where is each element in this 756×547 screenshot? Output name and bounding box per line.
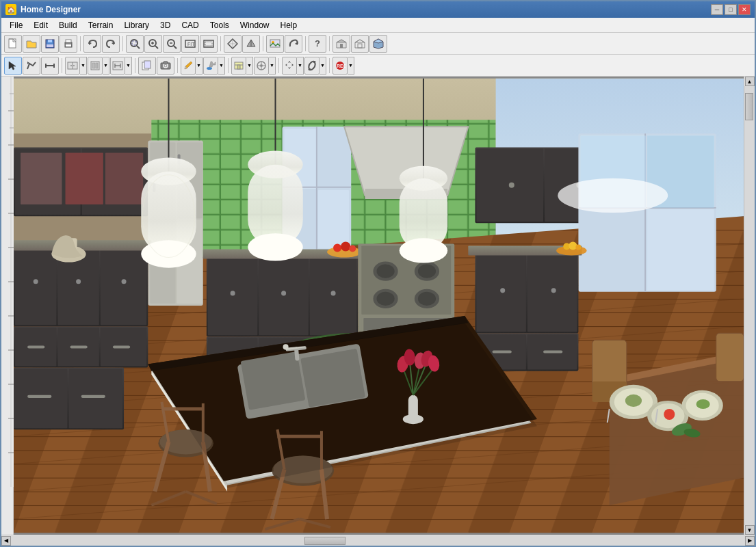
svg-point-213 xyxy=(551,288,556,293)
scroll-right-button[interactable]: ▶ xyxy=(745,536,755,546)
redo-button[interactable] xyxy=(102,35,120,53)
menu-build[interactable]: Build xyxy=(53,18,83,32)
move-group: ▼ xyxy=(282,57,304,75)
menu-edit[interactable]: Edit xyxy=(28,18,53,32)
svg-rect-32 xyxy=(270,40,280,47)
save-button[interactable] xyxy=(41,35,59,53)
bottom-scrollbar: ◀ ▶ xyxy=(1,535,755,546)
svg-point-172 xyxy=(333,243,341,252)
camera-move-button[interactable] xyxy=(224,35,242,53)
zoom-fit-button[interactable]: FIT xyxy=(181,35,199,53)
svg-rect-223 xyxy=(543,350,562,353)
menu-window[interactable]: Window xyxy=(235,18,275,32)
scroll-up-button[interactable]: ▲ xyxy=(745,77,755,86)
sep-t2-2 xyxy=(135,58,135,73)
pencil-arrow[interactable]: ▼ xyxy=(196,57,203,75)
print-button[interactable] xyxy=(60,35,77,53)
svg-marker-12 xyxy=(112,42,114,45)
menu-terrain[interactable]: Terrain xyxy=(83,18,119,32)
menu-cad[interactable]: CAD xyxy=(176,18,204,32)
menu-tools[interactable]: Tools xyxy=(205,18,235,32)
symbol-button[interactable] xyxy=(254,57,269,75)
open-button[interactable] xyxy=(23,35,40,53)
maximize-button[interactable]: □ xyxy=(725,4,737,15)
window-title: Home Designer xyxy=(21,5,707,14)
sep-t2-6 xyxy=(329,58,330,73)
paint-group: ▼ xyxy=(203,57,225,75)
camera3-button[interactable] xyxy=(157,57,174,75)
3d-view-button[interactable] xyxy=(369,35,387,53)
svg-point-273 xyxy=(248,233,303,261)
zoom-in-button[interactable] xyxy=(144,35,162,53)
record-button[interactable]: REC xyxy=(333,57,348,75)
symbol-group: ▼ xyxy=(254,57,276,75)
svg-point-50 xyxy=(70,65,72,66)
svg-rect-15 xyxy=(132,41,136,45)
svg-rect-139 xyxy=(101,245,146,325)
new-button[interactable] xyxy=(4,35,22,53)
furniture-button[interactable] xyxy=(88,57,103,75)
svg-point-140 xyxy=(34,279,38,284)
svg-marker-36 xyxy=(337,40,346,42)
rotate-view-button[interactable] xyxy=(285,35,302,53)
scroll-left-button[interactable]: ◀ xyxy=(1,536,11,546)
elev2-button[interactable] xyxy=(351,35,369,53)
furniture-group: ▼ xyxy=(88,57,109,75)
sep-t2-5 xyxy=(278,58,279,73)
rec-arrow[interactable]: ▼ xyxy=(348,57,354,75)
ref-image-button[interactable] xyxy=(266,35,284,53)
copy-paste-button[interactable] xyxy=(138,57,156,75)
svg-rect-154 xyxy=(27,395,51,398)
elev-button[interactable] xyxy=(333,35,350,53)
library-group: ▼ xyxy=(231,57,253,75)
menu-file[interactable]: File xyxy=(4,18,28,32)
close-button[interactable]: ✕ xyxy=(738,4,751,15)
rotate-arrow[interactable]: ▼ xyxy=(320,57,326,75)
library-button[interactable] xyxy=(231,57,246,75)
library-arrow[interactable]: ▼ xyxy=(246,57,253,75)
dimension-button[interactable] xyxy=(110,57,125,75)
paint-arrow[interactable]: ▼ xyxy=(218,57,225,75)
scroll-track-vertical[interactable] xyxy=(744,86,755,525)
scroll-thumb-vertical[interactable] xyxy=(745,93,753,120)
zoom-out-button[interactable] xyxy=(163,35,181,53)
walk-button[interactable] xyxy=(242,35,260,53)
symbol-arrow[interactable]: ▼ xyxy=(269,57,276,75)
minimize-button[interactable]: ─ xyxy=(711,4,723,15)
svg-rect-60 xyxy=(144,61,151,68)
scroll-thumb-horizontal[interactable] xyxy=(304,537,346,545)
menu-3d[interactable]: 3D xyxy=(155,18,176,32)
select-tool-button[interactable] xyxy=(4,57,22,75)
dimension-arrow[interactable]: ▼ xyxy=(125,57,132,75)
help-context-button[interactable]: ? xyxy=(309,35,326,53)
window-controls: ─ □ ✕ xyxy=(711,4,751,15)
menu-help[interactable]: Help xyxy=(274,18,302,32)
polyline-button[interactable] xyxy=(23,57,40,75)
furniture-arrow[interactable]: ▼ xyxy=(103,57,109,75)
cabinet-arrow[interactable]: ▼ xyxy=(80,57,87,75)
paint-button[interactable] xyxy=(203,57,218,75)
svg-rect-222 xyxy=(493,350,512,353)
sep-4 xyxy=(263,36,263,51)
pencil-button[interactable] xyxy=(181,57,196,75)
zoom-rect-button[interactable] xyxy=(126,35,144,53)
sep-2 xyxy=(122,36,123,51)
menu-library[interactable]: Library xyxy=(118,18,155,32)
rec-group: REC ▼ xyxy=(333,57,354,75)
rotate-button[interactable] xyxy=(304,57,320,75)
canvas-area[interactable] xyxy=(14,77,744,535)
measure-button[interactable] xyxy=(41,57,59,75)
scroll-down-button[interactable]: ▼ xyxy=(745,525,755,535)
sep-t2-1 xyxy=(62,58,62,73)
svg-point-197 xyxy=(509,183,514,188)
scroll-track-horizontal[interactable] xyxy=(11,536,745,546)
undo-button[interactable] xyxy=(83,35,101,53)
cabinet-button[interactable] xyxy=(65,57,80,75)
svg-point-217 xyxy=(569,241,577,250)
move-arrow[interactable]: ▼ xyxy=(297,57,304,75)
svg-rect-54 xyxy=(96,63,98,68)
svg-rect-10 xyxy=(66,44,71,46)
zoom-all-button[interactable] xyxy=(200,35,218,53)
svg-marker-43 xyxy=(9,62,16,70)
transform-button[interactable] xyxy=(282,57,297,75)
